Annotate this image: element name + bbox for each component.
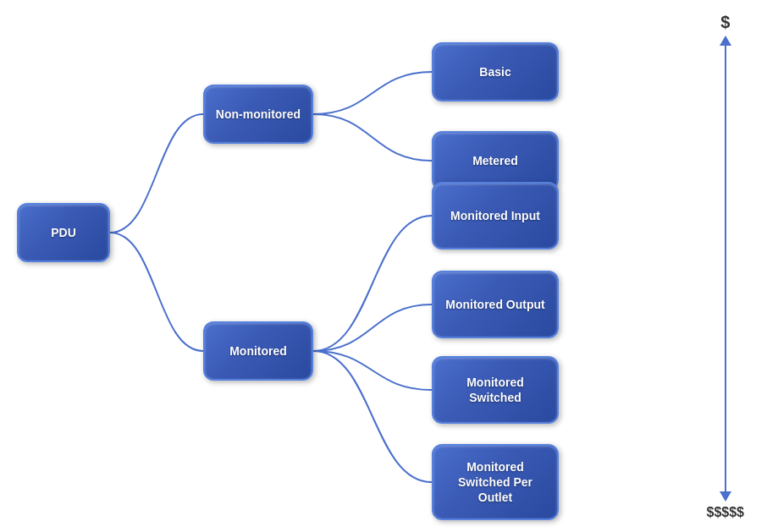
monitored-input-node: Monitored Input <box>432 182 559 250</box>
metered-label: Metered <box>472 153 518 168</box>
monitored-output-label: Monitored Output <box>445 297 544 312</box>
monitored-output-node: Monitored Output <box>432 271 559 338</box>
monitored-node: Monitored <box>203 321 313 381</box>
price-arrow <box>720 36 731 502</box>
arrow-head-down <box>720 491 731 502</box>
basic-node: Basic <box>432 42 559 101</box>
pdu-node: PDU <box>17 203 110 262</box>
diagram-container: PDU Non-monitored Monitored Basic Metere… <box>0 0 778 532</box>
price-bottom-label: $$$$$ <box>707 505 745 520</box>
pdu-label: PDU <box>51 225 76 240</box>
price-axis: $ $$$$$ <box>707 13 745 520</box>
connector-lines <box>0 0 778 532</box>
arrow-shaft <box>725 46 726 491</box>
nonmonitored-label: Non-monitored <box>216 107 301 122</box>
nonmonitored-node: Non-monitored <box>203 85 313 144</box>
price-top-label: $ <box>720 13 730 32</box>
monitored-switched-per-outlet-node: Monitored Switched Per Outlet <box>432 444 559 520</box>
basic-label: Basic <box>479 64 510 80</box>
monitored-switched-label: Monitored Switched <box>442 375 549 405</box>
monitored-label: Monitored <box>229 343 287 359</box>
monitored-input-label: Monitored Input <box>450 208 540 223</box>
monitored-switched-per-outlet-label: Monitored Switched Per Outlet <box>442 459 549 506</box>
monitored-switched-node: Monitored Switched <box>432 356 559 424</box>
arrow-head-up <box>720 36 731 46</box>
